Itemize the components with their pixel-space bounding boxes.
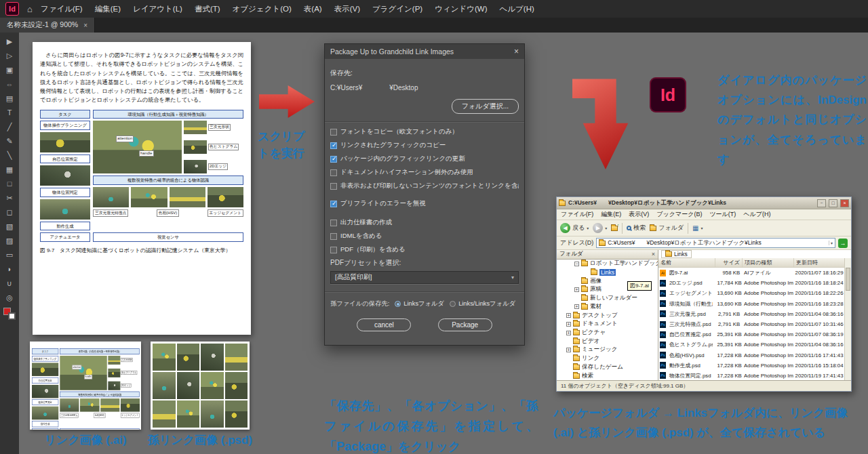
checkbox-ignore-preflight-errors[interactable]: プリフライトのエラーを無視 xyxy=(330,199,519,208)
folders-button[interactable]: フォルダ xyxy=(650,224,684,232)
xmenu-view[interactable]: 表示(V) xyxy=(629,210,649,219)
collapse-icon[interactable]: − xyxy=(574,262,579,266)
eyedropper-tool[interactable]: ◗ xyxy=(1,262,18,276)
gap-tool[interactable]: ⇔ xyxy=(1,77,18,91)
expand-icon[interactable]: + xyxy=(574,304,579,309)
cancel-button[interactable]: cancel xyxy=(357,318,411,331)
expand-icon[interactable]: + xyxy=(566,322,571,327)
close-window-button[interactable]: × xyxy=(840,199,849,207)
checkbox-copy-linked-graphics[interactable]: リンクされたグラフィックのコピー xyxy=(330,141,519,150)
radio-button[interactable] xyxy=(450,301,456,307)
column-name[interactable]: 名前 xyxy=(658,258,715,267)
checkbox[interactable] xyxy=(330,201,337,207)
hand-tool[interactable]: ∪ xyxy=(1,276,18,290)
column-size[interactable]: サイズ xyxy=(715,258,743,267)
checkbox-update-graphic-links[interactable]: パッケージ内のグラフィックリンクの更新 xyxy=(330,154,519,163)
explorer-titlebar[interactable]: C:¥Users¥ ¥Desktop¥ロボット工学ハンドブック¥Links － … xyxy=(557,197,851,209)
checkbox[interactable] xyxy=(330,129,337,136)
checkbox[interactable] xyxy=(330,142,337,149)
checkbox[interactable] xyxy=(330,220,337,226)
gradient-feather-tool[interactable]: ▨ xyxy=(1,234,18,247)
tree-item[interactable]: +素材 xyxy=(557,303,658,312)
expand-icon[interactable]: + xyxy=(566,348,571,352)
checkbox-include-hidden-content[interactable]: 非表示および印刷しないコンテンツのフォントとリンクを含める xyxy=(330,182,519,190)
rectangle-frame-tool[interactable]: ▦ xyxy=(1,163,18,176)
minimize-button[interactable]: － xyxy=(817,199,826,207)
checkbox[interactable] xyxy=(330,169,337,176)
scissors-tool[interactable]: ✂ xyxy=(1,191,18,205)
file-row[interactable]: 色相(HSV).psd17,228 KBAdobe Photoshop Imag… xyxy=(658,350,844,360)
up-button[interactable]: ↑ xyxy=(611,226,618,231)
note-tool[interactable]: ▭ xyxy=(1,248,18,262)
fill-stroke-swatch[interactable] xyxy=(3,308,16,320)
choose-folder-button[interactable]: フォルダ選択... xyxy=(452,99,519,114)
selection-tool[interactable]: ▶ xyxy=(1,35,18,48)
xmenu-edit[interactable]: 編集(E) xyxy=(601,210,621,219)
free-transform-tool[interactable]: ◻ xyxy=(1,205,18,219)
address-input[interactable]: C:¥Users¥ ¥Desktop¥ロボット工学ハンドブック¥Links ▾ xyxy=(596,238,835,248)
menu-layout[interactable]: レイアウト(L) xyxy=(133,4,182,14)
file-row[interactable]: 物体位置同定.psd17,228 KBAdobe Photoshop Image… xyxy=(658,371,844,380)
pdf-preset-select[interactable]: [高品質印刷] ▾ xyxy=(330,271,519,284)
file-row[interactable]: 動作生成.psd17,228 KBAdobe Photoshop Image 1… xyxy=(658,360,844,371)
pen-tool[interactable]: ✎ xyxy=(1,134,18,148)
checkbox-copy-fonts[interactable]: フォントをコピー（欧文フォントのみ） xyxy=(330,127,519,136)
radio-links-links-folder[interactable]: Links/Linksフォルダ xyxy=(450,300,515,308)
menu-plugins[interactable]: プラグイン(P) xyxy=(372,4,422,14)
tree-item[interactable]: +ミュージック xyxy=(557,346,658,354)
file-row[interactable]: エッジセグメント.psd13,690 KBAdobe Photoshop Ima… xyxy=(658,288,844,298)
search-button[interactable]: 検索 xyxy=(627,224,646,232)
scrollbar[interactable] xyxy=(844,258,851,380)
home-icon[interactable]: ⌂ xyxy=(27,4,33,14)
tree-item[interactable]: 検索 xyxy=(557,371,658,380)
menu-table[interactable]: 表(A) xyxy=(304,4,322,14)
xmenu-tools[interactable]: ツール(T) xyxy=(709,210,736,219)
forward-button[interactable]: ▶▾ xyxy=(593,223,607,233)
close-folders-icon[interactable]: × xyxy=(652,251,655,257)
file-row[interactable]: 三次元復元.psd2,791 KBAdobe Photoshop Image 1… xyxy=(658,309,844,319)
checkbox-use-document-hyphenation[interactable]: ドキュメント/ハイフネーション例外のみ使用 xyxy=(330,168,519,177)
column-type[interactable]: 項目の種類 xyxy=(743,258,794,267)
package-button[interactable]: Package xyxy=(438,318,492,331)
page-tool[interactable]: ▣ xyxy=(1,63,18,77)
checkbox-include-idml[interactable]: IDMLを含める xyxy=(330,232,519,241)
file-row[interactable]: 図9-7.ai958 KBAIファイル2020/11/07 18:16:29 xyxy=(658,268,844,278)
xmenu-bookmarks[interactable]: ブックマーク(B) xyxy=(656,210,702,219)
views-button[interactable]: ▦▾ xyxy=(692,224,703,232)
tree-item[interactable]: ビデオ xyxy=(557,337,658,346)
tree-item[interactable]: 新しいフォルダー xyxy=(557,294,658,303)
menu-edit[interactable]: 編集(E) xyxy=(95,4,121,14)
rectangle-tool[interactable]: □ xyxy=(1,177,18,190)
menu-object[interactable]: オブジェクト(O) xyxy=(233,4,292,14)
tree-item[interactable]: 保存したゲーム xyxy=(557,363,658,372)
pencil-tool[interactable]: ╲ xyxy=(1,148,18,162)
menu-help[interactable]: ヘルプ(H) xyxy=(500,4,534,14)
radio-links-folder[interactable]: Linksフォルダ xyxy=(395,300,444,308)
content-collector-tool[interactable]: ▤ xyxy=(1,91,18,105)
expand-icon[interactable]: + xyxy=(566,313,571,318)
current-folder-tab[interactable]: Links xyxy=(661,250,692,258)
expand-icon[interactable]: + xyxy=(566,331,571,335)
maximize-button[interactable]: □ xyxy=(829,199,837,207)
zoom-tool[interactable]: ◎ xyxy=(1,291,18,304)
file-row[interactable]: 環境知識（行動生成知識＋視覚特徴知識）.psd13,690 KBAdobe Ph… xyxy=(658,299,844,309)
checkbox[interactable] xyxy=(330,183,337,190)
checkbox-include-pdf[interactable]: PDF（印刷）を含める xyxy=(330,245,519,254)
checkbox[interactable] xyxy=(330,247,337,253)
file-row[interactable]: 色ヒストグラム.psd25,391 KBAdobe Photoshop Imag… xyxy=(658,339,844,350)
go-icon[interactable]: → xyxy=(838,239,848,248)
tree-item[interactable]: リンク xyxy=(557,354,658,363)
menu-window[interactable]: ウィンドウ(W) xyxy=(435,4,487,14)
document-tab[interactable]: 名称未設定-1 @ 900% × xyxy=(0,18,95,33)
menu-type[interactable]: 書式(T) xyxy=(195,4,220,14)
menu-view[interactable]: 表示(V) xyxy=(334,4,360,14)
column-date[interactable]: 更新日時 xyxy=(794,258,846,267)
tree-item[interactable]: +ピクチャ xyxy=(557,329,658,337)
gradient-tool[interactable]: ▧ xyxy=(1,220,18,233)
type-tool[interactable]: T xyxy=(1,106,18,119)
close-tab-icon[interactable]: × xyxy=(83,22,87,29)
tree-item[interactable]: +ドキュメント xyxy=(557,320,658,329)
xmenu-help[interactable]: ヘルプ(H) xyxy=(743,210,770,219)
file-row[interactable]: 2Dエッジ.psd17,784 KBAdobe Photoshop Image … xyxy=(658,278,844,288)
scrollbar-thumb[interactable] xyxy=(846,268,850,291)
